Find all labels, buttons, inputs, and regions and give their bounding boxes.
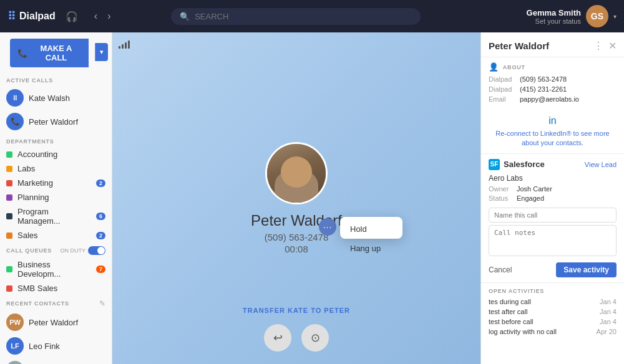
person-icon: 👤 xyxy=(489,62,499,72)
call-dropdown-button[interactable]: ▾ xyxy=(95,43,108,61)
make-call-button[interactable]: 📞 MAKE A CALL xyxy=(10,39,89,67)
departments-label: DEPARTMENTS xyxy=(0,133,112,147)
contact-leo[interactable]: LF Leo Fink xyxy=(0,334,112,358)
contact-info-row-3: Email pappy@aerolabs.io xyxy=(489,95,617,103)
transfer-label[interactable]: TRANSFER KATE TO PETER xyxy=(243,307,350,314)
sf-owner-row: Owner Josh Carter xyxy=(489,185,617,193)
forward-button[interactable]: › xyxy=(104,8,114,24)
signal-bars xyxy=(119,39,130,49)
dept-accounting[interactable]: Accounting xyxy=(0,147,112,161)
activity-date-3: Jan 4 xyxy=(600,318,617,325)
call-notes-input[interactable] xyxy=(489,225,617,256)
call-duration: 00:08 xyxy=(285,244,308,254)
more-options-button[interactable]: ··· xyxy=(319,218,336,236)
chevron-down-icon[interactable]: ▾ xyxy=(613,13,617,20)
search-icon: 🔍 xyxy=(180,12,190,21)
view-lead-link[interactable]: View Lead xyxy=(585,161,617,168)
call-area: ··· Hold Hang up Peter Waldorf (509) 563… xyxy=(112,32,480,364)
voicemail-icon: ⊙ xyxy=(311,331,320,345)
contact-massachusetts[interactable]: M Massachusetts xyxy=(0,358,112,364)
contact-avatar-leo: LF xyxy=(6,337,24,355)
panel-close-button[interactable]: ✕ xyxy=(608,40,617,52)
dept-program[interactable]: Program Managem... 6 xyxy=(0,204,112,228)
logo: ⠿ Dialpad xyxy=(7,9,56,23)
sf-status-value: Engaged xyxy=(517,194,544,202)
activity-row-4: log activity with no call Apr 20 xyxy=(489,328,617,335)
nav-buttons: ‹ › xyxy=(90,8,115,24)
dept-marketing[interactable]: Marketing 2 xyxy=(0,176,112,190)
signal-indicator xyxy=(119,39,130,49)
search-bar[interactable]: 🔍 xyxy=(171,8,421,25)
transfer-button[interactable]: ↩ xyxy=(264,324,291,352)
contact-type-1: Dialpad xyxy=(489,75,520,83)
contact-type-3: Email xyxy=(489,95,520,103)
queue-dot-smb xyxy=(6,285,12,292)
caller-phone: (509) 563-2478 xyxy=(265,232,329,242)
linkedin-section: in Re-connect to LinkedIn® to see more a… xyxy=(481,110,624,153)
dept-dot-planning xyxy=(6,194,12,201)
contact-info-row-1: Dialpad (509) 563-2478 xyxy=(489,75,617,83)
queue-name-bizdev: Business Developm... xyxy=(17,260,91,279)
call-name-input[interactable] xyxy=(489,208,617,223)
logo-text: Dialpad xyxy=(19,11,56,22)
user-info: Gemma Smith Set your status xyxy=(527,8,581,25)
user-name: Gemma Smith xyxy=(527,8,581,17)
caller-avatar xyxy=(265,142,328,204)
activity-name-3: test before call xyxy=(489,318,600,325)
activity-date-1: Jan 4 xyxy=(600,298,617,305)
queue-smb-sales[interactable]: SMB Sales xyxy=(0,281,112,295)
topbar-user: Gemma Smith Set your status GS ▾ xyxy=(527,5,617,27)
sf-status-row: Status Engaged xyxy=(489,194,617,202)
dept-badge-marketing: 2 xyxy=(96,180,105,187)
linkedin-text[interactable]: Re-connect to LinkedIn® to see more abou… xyxy=(489,129,617,148)
contact-peter[interactable]: PW Peter Waldorf xyxy=(0,310,112,334)
dept-dot-accounting xyxy=(6,151,12,158)
active-calls-label: ACTIVE CALLS xyxy=(0,72,112,86)
active-call-peter[interactable]: 📞 Peter Waldorf xyxy=(0,110,112,133)
cancel-button[interactable]: Cancel xyxy=(489,266,512,274)
on-duty-label: ON DUTY xyxy=(61,247,86,254)
open-activities-label: OPEN ACTIVITIES xyxy=(489,288,617,294)
dept-name-accounting: Accounting xyxy=(17,150,57,159)
dept-name-labs: Labs xyxy=(17,164,35,173)
active-call-kate[interactable]: ⏸ Kate Walsh xyxy=(0,86,112,110)
back-button[interactable]: ‹ xyxy=(90,8,101,24)
panel-title: Peter Waldorf xyxy=(489,41,593,51)
recent-header: RECENT CONTACTS ✎ xyxy=(0,295,112,310)
sidebar: 📞 MAKE A CALL ▾ ACTIVE CALLS ⏸ Kate Wals… xyxy=(0,32,112,364)
call-options-menu: Hold Hang up xyxy=(340,217,402,239)
activity-name-4: log activity with no call xyxy=(489,328,597,335)
dept-name-marketing: Marketing xyxy=(17,178,53,188)
on-duty-toggle[interactable] xyxy=(88,246,105,255)
dept-dot-sales xyxy=(6,232,12,239)
panel-header: Peter Waldorf ⋮ ✕ xyxy=(481,32,624,57)
dept-labs[interactable]: Labs xyxy=(0,161,112,176)
salesforce-section: SF Salesforce View Lead Aero Labs Owner … xyxy=(481,153,624,282)
contact-value-3: pappy@aerolabs.io xyxy=(520,95,579,103)
save-activity-button[interactable]: Save activity xyxy=(556,262,617,277)
open-activities-section: OPEN ACTIVITIES tes during call Jan 4 te… xyxy=(481,282,624,343)
user-status: Set your status xyxy=(527,17,581,25)
voicemail-button[interactable]: ⊙ xyxy=(301,324,329,352)
recent-contacts-label: RECENT CONTACTS xyxy=(6,300,99,307)
dept-planning[interactable]: Planning xyxy=(0,190,112,204)
contact-name-peter: Peter Waldorf xyxy=(29,318,78,327)
dept-name-sales: Sales xyxy=(17,231,38,240)
hold-button[interactable]: Hold xyxy=(340,219,402,239)
search-input[interactable] xyxy=(195,12,412,21)
activity-row-2: test after call Jan 4 xyxy=(489,308,617,315)
avatar[interactable]: GS xyxy=(586,5,608,27)
signal-bar-2 xyxy=(122,44,124,49)
activity-name-2: test after call xyxy=(489,308,600,315)
dept-sales[interactable]: Sales 2 xyxy=(0,228,112,242)
main-layout: 📞 MAKE A CALL ▾ ACTIVE CALLS ⏸ Kate Wals… xyxy=(0,32,624,364)
activity-row-1: tes during call Jan 4 xyxy=(489,298,617,305)
edit-icon[interactable]: ✎ xyxy=(99,299,105,308)
panel-options-icon[interactable]: ⋮ xyxy=(593,40,603,52)
signal-bar-4 xyxy=(128,41,130,49)
phone-icon: 📞 xyxy=(17,49,27,58)
topbar: ⠿ Dialpad 🎧 ‹ › 🔍 Gemma Smith Set your s… xyxy=(0,0,624,32)
queue-biz-dev[interactable]: Business Developm... 7 xyxy=(0,257,112,281)
hang-up-button[interactable]: Hang up xyxy=(340,239,402,258)
linkedin-icon: in xyxy=(489,115,617,127)
